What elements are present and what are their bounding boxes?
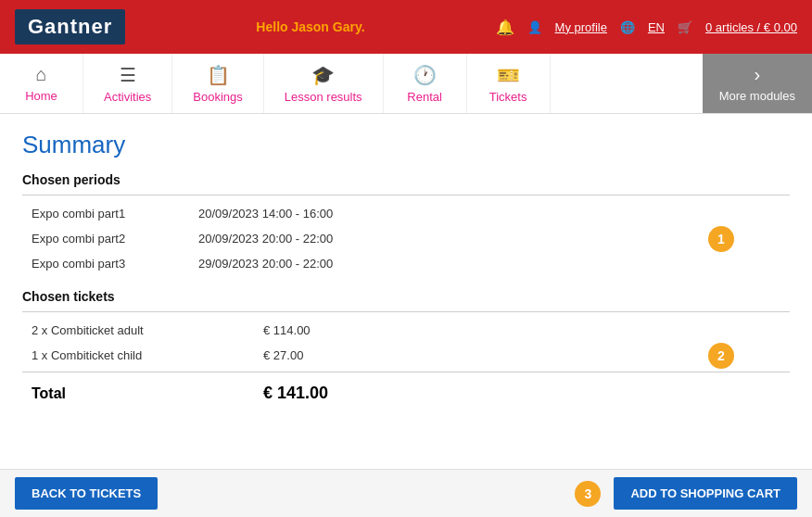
- chosen-periods-header: Chosen periods: [22, 172, 790, 195]
- nav-lesson-results[interactable]: 🎓 Lesson results: [264, 54, 384, 113]
- nav-activities[interactable]: ☰ Activities: [83, 54, 172, 113]
- period-2-time: 20/09/2023 20:00 - 22:00: [198, 232, 333, 246]
- profile-icon: 👤: [527, 20, 542, 34]
- ticket-1-price: € 114.00: [263, 323, 311, 337]
- nav-tickets[interactable]: 🎫 Tickets: [467, 54, 551, 113]
- ticket-row-1: 2 x Combiticket adult € 114.00: [22, 318, 790, 343]
- ticket-2-price: € 27.00: [263, 348, 303, 362]
- back-to-tickets-button[interactable]: BACK TO TICKETS: [15, 477, 158, 510]
- nav-rental[interactable]: 🕐 Rental: [384, 54, 467, 113]
- footer: BACK TO TICKETS 3 ADD TO SHOPPING CART: [0, 469, 812, 517]
- lesson-results-icon: 🎓: [311, 64, 335, 86]
- add-to-cart-button[interactable]: ADD TO SHOPPING CART: [614, 477, 797, 510]
- nav-tickets-label: Tickets: [489, 90, 527, 104]
- header-right: 🔔 👤 My profile 🌐 EN 🛒 0 articles / € 0.0…: [496, 19, 797, 36]
- nav-bookings-label: Bookings: [193, 90, 242, 104]
- rental-icon: 🕐: [413, 64, 437, 86]
- bookings-icon: 📋: [207, 64, 230, 86]
- total-row: Total € 141.00: [22, 372, 790, 414]
- bell-icon[interactable]: 🔔: [496, 19, 514, 36]
- period-1-time: 20/09/2023 14:00 - 16:00: [198, 207, 333, 221]
- badge-2: 2: [708, 343, 734, 369]
- language-selector[interactable]: EN: [648, 20, 665, 34]
- my-profile-link[interactable]: My profile: [555, 20, 607, 34]
- period-3-name: Expo combi part3: [32, 257, 198, 271]
- tickets-icon: 🎫: [497, 64, 520, 86]
- footer-right: 3 ADD TO SHOPPING CART: [575, 477, 797, 510]
- home-icon: ⌂: [35, 64, 46, 85]
- chosen-tickets-header: Chosen tickets: [22, 289, 790, 312]
- ticket-2-name: 1 x Combiticket child: [32, 348, 263, 362]
- header: Gantner Hello Jason Gary. 🔔 👤 My profile…: [0, 0, 812, 54]
- chevron-right-icon: ›: [754, 64, 760, 85]
- cart-link[interactable]: 0 articles / € 0.00: [705, 20, 797, 34]
- period-3-time: 29/09/2023 20:00 - 22:00: [198, 257, 333, 271]
- period-2-name: Expo combi part2: [32, 232, 198, 246]
- greeting: Hello Jason Gary.: [256, 19, 364, 34]
- nav-bookings[interactable]: 📋 Bookings: [172, 54, 263, 113]
- period-1-name: Expo combi part1: [32, 207, 198, 221]
- activities-icon: ☰: [120, 64, 136, 86]
- ticket-row-2: 1 x Combiticket child € 27.00 2: [22, 343, 790, 368]
- nav-home[interactable]: ⌂ Home: [0, 54, 83, 113]
- nav-rental-label: Rental: [407, 90, 442, 104]
- period-row-3: Expo combi part3 29/09/2023 20:00 - 22:0…: [22, 251, 790, 276]
- nav-lesson-results-label: Lesson results: [285, 90, 362, 104]
- chosen-tickets-section: Chosen tickets 2 x Combiticket adult € 1…: [22, 289, 790, 368]
- badge-3: 3: [575, 481, 601, 507]
- total-value: € 141.00: [263, 384, 328, 403]
- total-label: Total: [32, 385, 263, 402]
- nav-activities-label: Activities: [104, 90, 151, 104]
- ticket-1-name: 2 x Combiticket adult: [32, 323, 263, 337]
- badge-1: 1: [708, 226, 734, 252]
- page-title: Summary: [22, 131, 790, 159]
- nav-home-label: Home: [25, 89, 57, 103]
- period-row-1: Expo combi part1 20/09/2023 14:00 - 16:0…: [22, 201, 790, 226]
- more-modules-label: More modules: [719, 89, 795, 103]
- period-row-2: Expo combi part2 20/09/2023 20:00 - 22:0…: [22, 226, 790, 251]
- logo: Gantner: [15, 9, 125, 44]
- cart-icon: 🛒: [678, 20, 692, 34]
- main-content: Summary Chosen periods Expo combi part1 …: [0, 114, 812, 423]
- navigation: ⌂ Home ☰ Activities 📋 Bookings 🎓 Lesson …: [0, 54, 812, 114]
- nav-more-modules[interactable]: › More modules: [703, 54, 812, 113]
- globe-icon: 🌐: [620, 20, 635, 34]
